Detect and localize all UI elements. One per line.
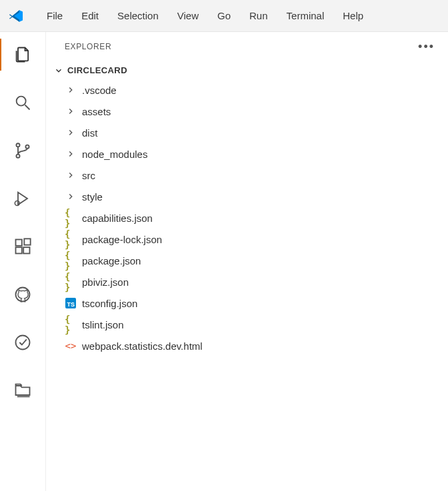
tree-item-label: package.json <box>82 255 141 266</box>
chevron-right-icon <box>65 191 77 203</box>
tree-folder[interactable]: node_modules <box>65 143 447 165</box>
tree-folder[interactable]: style <box>65 186 447 207</box>
chevron-right-icon <box>65 105 77 117</box>
tree-file[interactable]: { }package.json <box>65 250 447 271</box>
activity-folder[interactable] <box>0 374 45 406</box>
json-file-icon: { } <box>65 212 77 224</box>
tree-item-label: dist <box>82 127 97 139</box>
tree-item-label: .vscode <box>82 85 117 96</box>
tree-item-label: webpack.statistics.dev.html <box>82 340 203 352</box>
files-icon <box>13 45 32 64</box>
tree-item-label: package-lock.json <box>82 234 162 245</box>
menu-file[interactable]: File <box>37 6 72 25</box>
play-bug-icon <box>13 189 32 208</box>
activity-search[interactable] <box>0 87 45 119</box>
menu-run[interactable]: Run <box>240 6 277 25</box>
activity-task[interactable] <box>0 326 45 358</box>
ts-file-icon: TS <box>65 297 77 309</box>
sidebar-title: EXPLORER <box>65 42 111 51</box>
menu-help[interactable]: Help <box>333 6 373 25</box>
json-file-icon: { } <box>65 254 77 266</box>
tree-file[interactable]: { }package-lock.json <box>65 229 447 250</box>
project-name: CIRCLECARD <box>67 65 127 75</box>
tree-item-label: src <box>82 170 95 181</box>
github-icon <box>13 285 32 304</box>
branch-icon <box>13 141 32 160</box>
activity-run-debug[interactable] <box>0 183 45 215</box>
activity-github[interactable] <box>0 278 45 310</box>
tree-item-label: pbiviz.json <box>82 276 129 288</box>
tree-item-label: tslint.json <box>82 319 124 330</box>
tree-file[interactable]: TStsconfig.json <box>65 292 447 314</box>
chevron-right-icon <box>65 127 77 139</box>
tree-item-label: style <box>82 191 103 203</box>
tree-folder[interactable]: assets <box>65 101 447 122</box>
chevron-right-icon <box>65 84 77 96</box>
svg-rect-9 <box>24 239 30 245</box>
svg-point-2 <box>16 143 19 147</box>
check-circle-icon <box>13 333 32 352</box>
workbench: EXPLORER ••• CIRCLECARD .vscodeassetsdis… <box>0 32 448 491</box>
tree-item-label: node_modules <box>82 149 147 160</box>
tree-folder[interactable]: src <box>65 165 447 186</box>
svg-rect-7 <box>16 247 22 253</box>
menu-edit[interactable]: Edit <box>72 6 108 25</box>
file-tree: .vscodeassetsdistnode_modulessrcstyle{ }… <box>46 79 447 356</box>
svg-point-3 <box>16 155 19 158</box>
explorer-sidebar: EXPLORER ••• CIRCLECARD .vscodeassetsdis… <box>45 32 447 491</box>
svg-line-1 <box>25 105 30 110</box>
tree-item-label: assets <box>82 106 111 117</box>
search-icon <box>13 93 32 112</box>
svg-rect-8 <box>23 247 29 253</box>
activity-source-control[interactable] <box>0 135 45 167</box>
tree-file[interactable]: { }pbiviz.json <box>65 271 447 292</box>
menu-selection[interactable]: Selection <box>108 6 168 25</box>
menu-view[interactable]: View <box>168 6 208 25</box>
json-file-icon: { } <box>65 276 77 288</box>
chevron-right-icon <box>65 169 77 181</box>
chevron-right-icon <box>65 148 77 160</box>
html-file-icon: <> <box>65 340 77 352</box>
activity-bar <box>0 32 45 491</box>
svg-point-11 <box>16 336 30 350</box>
menu-terminal[interactable]: Terminal <box>277 6 334 25</box>
chevron-down-icon <box>54 66 65 75</box>
json-file-icon: { } <box>65 233 77 245</box>
svg-rect-6 <box>16 240 22 246</box>
extensions-icon <box>13 237 32 256</box>
tree-item-label: capabilities.json <box>82 213 153 224</box>
activity-explorer[interactable] <box>0 39 45 71</box>
json-file-icon: { } <box>65 318 77 330</box>
project-header[interactable]: CIRCLECARD <box>46 61 447 79</box>
sidebar-header: EXPLORER ••• <box>46 32 447 61</box>
folder-stack-icon <box>13 381 32 400</box>
titlebar: File Edit Selection View Go Run Terminal… <box>0 0 448 32</box>
svg-point-0 <box>17 97 26 106</box>
tree-item-label: tsconfig.json <box>82 298 137 309</box>
more-actions-icon[interactable]: ••• <box>418 40 435 54</box>
svg-point-5 <box>15 201 19 206</box>
tree-file[interactable]: <>webpack.statistics.dev.html <box>65 335 447 356</box>
tree-file[interactable]: { }capabilities.json <box>65 207 447 229</box>
svg-point-4 <box>25 145 29 149</box>
tree-file[interactable]: { }tslint.json <box>65 314 447 335</box>
menu-bar: File Edit Selection View Go Run Terminal… <box>37 6 373 25</box>
tree-folder[interactable]: .vscode <box>65 79 447 101</box>
tree-folder[interactable]: dist <box>65 122 447 143</box>
menu-go[interactable]: Go <box>208 6 240 25</box>
vscode-logo-icon <box>8 8 24 24</box>
activity-extensions[interactable] <box>0 231 45 262</box>
